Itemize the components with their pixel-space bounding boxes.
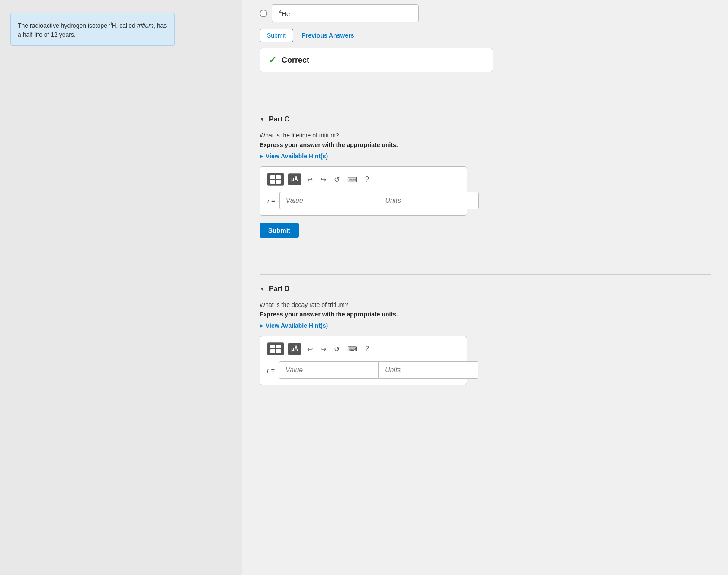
previous-answers-button[interactable]: Previous Answers	[302, 32, 354, 39]
part-c-grid-button[interactable]	[267, 173, 284, 186]
part-c-tau-label: τ =	[267, 192, 275, 209]
submit-prev-row: Submit Previous Answers	[260, 29, 711, 42]
part-c-divider	[260, 105, 711, 105]
part-d-question-line2: Express your answer with the appropriate…	[260, 311, 711, 318]
part-d-redo-button[interactable]: ↪	[318, 344, 328, 355]
left-panel: The radioactive hydrogen isotope 3H, cal…	[0, 0, 242, 575]
part-d-hint-label: View Available Hint(s)	[266, 322, 328, 329]
part-c-question-line1: What is the lifetime of tritium?	[260, 132, 711, 139]
part-c-value-input[interactable]	[279, 192, 379, 209]
grid-icon	[270, 175, 281, 184]
part-d-value-units-row: r =	[267, 361, 460, 379]
part-d-header[interactable]: ▼ Part D	[260, 285, 711, 293]
part-c-help-button[interactable]: ?	[363, 174, 371, 185]
radio-circle[interactable]	[260, 10, 267, 17]
part-c-undo-button[interactable]: ↩	[305, 174, 315, 185]
part-c-hint-button[interactable]: ▶ View Available Hint(s)	[260, 153, 328, 160]
info-text: The radioactive hydrogen isotope 3H, cal…	[18, 22, 167, 38]
part-c-arrow-icon: ▼	[260, 116, 265, 122]
part-c-question-line2: Express your answer with the appropriate…	[260, 141, 711, 148]
part-c-value-units-row: τ =	[267, 192, 460, 209]
info-box: The radioactive hydrogen isotope 3H, cal…	[10, 13, 175, 46]
part-d-section: ▼ Part D What is the decay rate of triti…	[242, 264, 728, 385]
top-section: 4He Submit Previous Answers ✓ Correct	[242, 0, 728, 81]
part-d-r-label: r =	[267, 361, 275, 379]
part-d-toolbar: μÅ ↩ ↪ ↺ ⌨ ?	[267, 342, 460, 355]
part-d-refresh-button[interactable]: ↺	[332, 344, 342, 355]
part-d-grid-button[interactable]	[267, 342, 284, 355]
part-d-title: Part D	[269, 285, 289, 293]
correct-checkmark: ✓	[269, 54, 276, 66]
he-label: He	[282, 10, 290, 17]
he-answer-box: 4He	[272, 4, 419, 22]
right-panel: 4He Submit Previous Answers ✓ Correct ▼ …	[242, 0, 728, 575]
part-c-hint-label: View Available Hint(s)	[266, 153, 328, 160]
correct-label: Correct	[282, 56, 309, 65]
part-d-arrow-icon: ▼	[260, 286, 265, 292]
he-option-row: 4He	[260, 0, 711, 22]
part-c-header[interactable]: ▼ Part C	[260, 115, 711, 123]
part-c-refresh-button[interactable]: ↺	[332, 174, 342, 185]
part-c-section: ▼ Part C What is the lifetime of tritium…	[242, 94, 728, 238]
part-d-undo-button[interactable]: ↩	[305, 344, 315, 355]
part-d-keyboard-button[interactable]: ⌨	[345, 344, 359, 355]
part-d-grid-icon	[270, 345, 281, 353]
part-c-input-container: μÅ ↩ ↪ ↺ ⌨ ? τ =	[260, 166, 467, 216]
part-d-value-input[interactable]	[279, 361, 378, 379]
part-d-hint-button[interactable]: ▶ View Available Hint(s)	[260, 322, 328, 329]
part-c-mu-button[interactable]: μÅ	[288, 173, 301, 185]
part-c-title: Part C	[269, 115, 289, 123]
part-d-divider	[260, 274, 711, 275]
part-c-toolbar: μÅ ↩ ↪ ↺ ⌨ ?	[267, 173, 460, 186]
part-c-units-input[interactable]	[379, 192, 479, 209]
part-c-submit-button[interactable]: Submit	[260, 223, 299, 238]
part-d-hint-arrow-icon: ▶	[260, 323, 263, 329]
part-c-hint-arrow-icon: ▶	[260, 153, 263, 159]
part-d-help-button[interactable]: ?	[363, 344, 371, 354]
correct-banner: ✓ Correct	[260, 48, 493, 72]
part-d-mu-button[interactable]: μÅ	[288, 343, 301, 355]
part-d-question-line1: What is the decay rate of tritium?	[260, 301, 711, 308]
part-d-input-container: μÅ ↩ ↪ ↺ ⌨ ? r =	[260, 336, 467, 385]
top-submit-button[interactable]: Submit	[260, 29, 293, 42]
part-d-units-input[interactable]	[378, 361, 478, 379]
part-c-keyboard-button[interactable]: ⌨	[345, 174, 359, 185]
part-c-redo-button[interactable]: ↪	[318, 174, 328, 185]
